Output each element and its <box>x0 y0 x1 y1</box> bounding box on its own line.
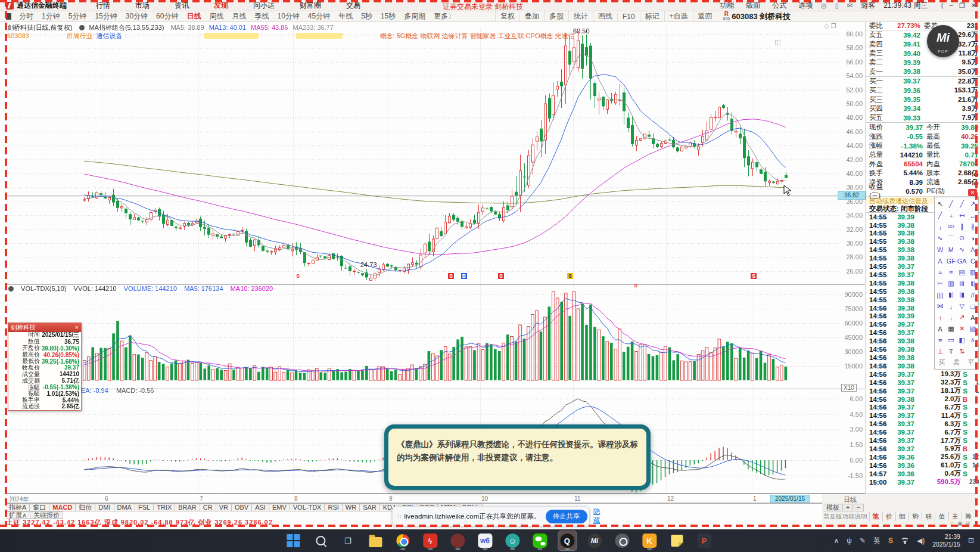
analysis-tab[interactable]: 值 <box>935 512 948 521</box>
draw-tool-icon[interactable]: ▮| <box>945 289 956 300</box>
stickynotes-icon[interactable] <box>668 531 686 550</box>
volume-icon[interactable]: ◀) <box>917 537 925 545</box>
app-darkred-icon[interactable] <box>449 531 466 550</box>
tick-row[interactable]: 14:5639.37 17.7万 S <box>866 436 980 445</box>
menu-item[interactable]: 财富圈 <box>287 1 334 11</box>
draw-tool-icon[interactable]: GF <box>945 255 956 266</box>
draw-tool-icon[interactable]: ⊙ <box>957 232 967 244</box>
wechat-icon[interactable] <box>531 531 549 550</box>
draw-tool-icon[interactable]: ∧ <box>967 334 978 346</box>
bid-row[interactable]: 买五39.337.9万 <box>866 113 980 122</box>
concept-list[interactable]: 5G概念 物联网 边缘计算 智能家居 工业互联 CPO概念 光通信 <box>397 32 575 39</box>
draw-label[interactable]: 平 <box>967 358 974 367</box>
analysis-tab[interactable]: 笔 <box>869 512 882 521</box>
period-tab[interactable]: 15秒 <box>377 11 400 21</box>
ime-language[interactable]: 英 <box>873 536 881 546</box>
indicator-tab[interactable]: WR <box>343 504 360 511</box>
draw-tool-icon[interactable]: ▽ <box>957 300 967 312</box>
ask-row[interactable]: 卖三39.4011.8万 <box>866 49 980 58</box>
bid-row[interactable]: 买一39.3722.8万 <box>866 77 980 86</box>
tool-button[interactable]: +自选 <box>664 11 693 21</box>
draw-tool-icon[interactable]: ▥ <box>967 266 978 278</box>
indicator-tab[interactable]: ASI <box>252 504 269 511</box>
period-tab[interactable]: 多周期 <box>400 11 430 21</box>
indicator-tab[interactable]: EMV <box>269 504 290 511</box>
draw-tool-icon[interactable]: ‖| <box>967 278 978 289</box>
draw-tool-icon[interactable]: ⊢ <box>935 278 945 289</box>
mic-icon[interactable]: ψ <box>847 537 852 545</box>
draw-tool-icon[interactable]: ↔ <box>967 210 978 221</box>
template-control[interactable]: 模板 <box>823 504 843 511</box>
period-tab[interactable]: 更多〉 <box>430 11 459 21</box>
word-icon[interactable]: w6 <box>476 531 494 550</box>
close-icon[interactable]: ✕ <box>971 2 976 10</box>
bid-row[interactable]: 买三39.3521.6万 <box>866 95 980 104</box>
period-tab[interactable]: 1分钟 <box>38 11 64 21</box>
tick-row[interactable]: 14:5639.38 2.0万 B <box>866 395 980 404</box>
tool-button[interactable]: 返回 <box>693 11 717 21</box>
tdx-icon[interactable]: ϟ <box>421 531 439 550</box>
tick-row[interactable]: 14:5639.37 32.3万 S 1 <box>866 379 980 387</box>
indicator-tab[interactable]: DMI <box>95 504 114 511</box>
mobile-icon[interactable]: ▯ <box>835 2 839 10</box>
explorer-icon[interactable] <box>366 531 384 550</box>
tool-button[interactable]: F10 <box>617 13 640 21</box>
emoji-icon[interactable]: ☺ <box>949 520 954 526</box>
draw-tool-icon[interactable]: ⋈ <box>935 300 945 312</box>
menu-item[interactable]: 问小达 <box>241 1 287 11</box>
tick-row[interactable]: 14:5739.36 0.4万 S <box>866 470 980 478</box>
indicator-tab[interactable]: VR <box>216 504 232 511</box>
menu-item[interactable]: 版面 <box>746 1 760 11</box>
qq-icon[interactable]: Q <box>558 531 576 550</box>
menu-item[interactable]: 发现 <box>201 1 241 11</box>
draw-tool-icon[interactable]: ╱ <box>935 210 945 221</box>
tool-button[interactable]: 标记 <box>640 11 664 21</box>
draw-tool-icon[interactable]: ⊥ <box>935 346 945 357</box>
draw-tool-icon[interactable]: A <box>967 312 978 323</box>
hide-share-link[interactable]: 隐藏 <box>593 507 601 525</box>
period-tab[interactable]: 30分钟 <box>122 11 152 21</box>
period-tab[interactable]: 10分钟 <box>273 11 303 21</box>
bid-row[interactable]: 买四39.343.9万 <box>866 104 980 113</box>
template-control[interactable]: + <box>843 504 853 511</box>
draw-tool-icon[interactable]: A <box>935 323 945 334</box>
panel-icon[interactable]: ▣ <box>957 520 963 526</box>
period-tab[interactable]: 分时 <box>15 11 38 21</box>
analysis-tab[interactable]: 细 <box>895 512 909 521</box>
menu-item[interactable]: 市场 <box>123 1 162 11</box>
tick-row[interactable]: 14:5639.37 11.4万 S <box>866 411 980 420</box>
maximize-icon[interactable]: ❐ <box>959 2 965 10</box>
draw-tool-icon[interactable]: ╱ <box>957 199 967 210</box>
draw-tool-icon[interactable] <box>967 346 978 357</box>
indicator-tab[interactable]: SAR <box>360 504 380 511</box>
draw-tool-icon[interactable]: ∿ <box>935 232 945 244</box>
draw-tool-icon[interactable]: ≡ <box>945 266 956 278</box>
draw-tool-icon[interactable]: ↗ <box>967 199 978 210</box>
draw-tool-icon[interactable]: C <box>967 255 978 266</box>
indicator-tab[interactable]: CR <box>200 504 216 511</box>
period-tab[interactable]: 日线 <box>182 11 205 21</box>
menu-item[interactable]: 公式 <box>772 1 786 11</box>
close-icon[interactable]: ✕ <box>968 189 977 196</box>
menu-item[interactable]: 行情 <box>83 1 123 11</box>
draw-tool-icon[interactable]: ▧ <box>967 323 978 334</box>
period-tab[interactable]: 周线 <box>205 11 228 21</box>
ask-row[interactable]: 卖一39.3835.0万 <box>866 67 980 76</box>
draw-tool-icon[interactable]: |||| <box>935 289 945 300</box>
draw-tool-icon[interactable]: + <box>945 210 956 221</box>
edition-note[interactable]: 普及版功能说明 <box>823 513 867 521</box>
mi-icon[interactable]: Mi <box>586 531 603 550</box>
tool-button[interactable]: 复权 <box>495 11 519 21</box>
draw-tool-icon[interactable]: ↓ <box>935 221 945 232</box>
draw-tool-icon[interactable]: ◑ <box>967 232 978 244</box>
draw-tool-icon[interactable]: ‖‖ <box>957 278 967 289</box>
indicator-tab[interactable]: 归位 <box>76 504 95 511</box>
draw-tool-icon[interactable]: Λ <box>967 244 978 255</box>
chrome-icon[interactable] <box>394 531 412 550</box>
draw-tool-icon[interactable]: ↖ <box>935 199 945 210</box>
analysis-tab[interactable]: 主 <box>948 512 962 521</box>
draw-tool-icon[interactable]: W <box>935 244 945 255</box>
indicator-tab[interactable]: 窗口 <box>30 504 49 511</box>
draw-tool-icon[interactable]: // <box>967 289 978 300</box>
draw-tool-icon[interactable]: Ŧ <box>945 346 956 357</box>
